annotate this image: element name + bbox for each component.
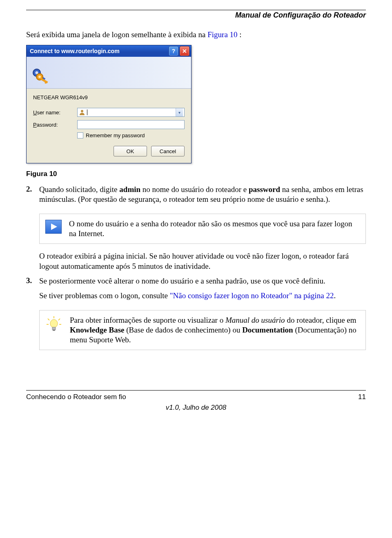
dialog-buttons: OK Cancel (33, 146, 185, 156)
step-3-line1: Se posteriormente você alterar o nome do… (39, 276, 336, 286)
close-icon: ✕ (182, 48, 187, 54)
svg-point-4 (38, 76, 41, 78)
page-header: Manual de Configuração do Roteador (26, 11, 366, 20)
page-footer: Conhecendo o Roteador sem fio 11 (26, 390, 366, 401)
step-2: 2. Quando solicitado, digite admin no no… (26, 185, 366, 210)
footer-version: v1.0, Julho de 2008 (26, 404, 366, 412)
after-note-paragraph: O roteador exibirá a página inicial. Se … (39, 251, 366, 271)
chevron-down-icon[interactable]: ▾ (176, 108, 183, 116)
tip-text: Para obter informações de suporte ou vis… (70, 315, 360, 345)
step-3-line2: Se tiver problemas com o logon, consulte… (39, 291, 336, 301)
svg-rect-14 (52, 327, 56, 330)
troubleshoot-link[interactable]: "Não consigo fazer logon no Roteador" na… (170, 291, 334, 300)
footer-section-title: Conhecendo o Roteador sem fio (26, 393, 358, 401)
svg-line-9 (48, 319, 49, 320)
intro-paragraph: Será exibida uma janela de logon semelha… (26, 30, 366, 39)
ok-button[interactable]: OK (114, 146, 147, 156)
logon-dialog: Connect to www.routerlogin.com ? ✕ NE (26, 45, 192, 163)
arrow-icon (45, 220, 62, 234)
text-cursor (87, 109, 87, 115)
keys-icon (31, 65, 51, 85)
svg-point-7 (81, 110, 83, 112)
dialog-titlebar: Connect to www.routerlogin.com ? ✕ (27, 45, 191, 57)
user-icon (79, 109, 85, 116)
dialog-banner (27, 57, 191, 89)
intro-suffix: : (238, 30, 242, 39)
intro-prefix: Será exibida uma janela de logon semelha… (26, 30, 207, 39)
remember-checkbox[interactable] (77, 132, 83, 138)
step-2-text: Quando solicitado, digite admin no nome … (39, 185, 366, 205)
dialog-title: Connect to www.routerlogin.com (30, 48, 167, 54)
username-input[interactable]: ▾ (77, 108, 185, 117)
username-row: User name: ▾ (33, 108, 185, 117)
help-button[interactable]: ? (169, 46, 178, 56)
device-label: NETGEAR WGR614v9 (33, 94, 185, 100)
step-number: 2. (26, 185, 39, 210)
close-button[interactable]: ✕ (180, 46, 189, 56)
note-callout: O nome do usuário e a senha do roteador … (39, 214, 366, 244)
step-3: 3. Se posteriormente você alterar o nome… (26, 276, 366, 306)
password-label: Password: (33, 122, 77, 128)
header-rule (26, 10, 366, 10)
page-number: 11 (358, 393, 366, 401)
svg-rect-15 (53, 330, 55, 331)
step-number: 3. (26, 276, 39, 306)
cancel-button[interactable]: Cancel (151, 146, 185, 156)
figure-caption: Figura 10 (26, 170, 366, 178)
figure-ref-link[interactable]: Figura 10 (207, 30, 237, 39)
lightbulb-icon (45, 315, 62, 333)
password-input[interactable] (77, 120, 185, 129)
tip-callout: Para obter informações de suporte ou vis… (39, 310, 366, 350)
remember-row: Remember my password (77, 132, 185, 138)
remember-label: Remember my password (86, 132, 145, 138)
note-text: O nome do usuário e a senha do roteador … (69, 219, 360, 239)
svg-point-13 (50, 319, 58, 328)
password-row: Password: (33, 120, 185, 129)
svg-line-10 (58, 319, 60, 320)
dialog-body: NETGEAR WGR614v9 User name: ▾ Password: … (27, 89, 191, 163)
username-label: User name: (33, 109, 77, 116)
step-3-body: Se posteriormente você alterar o nome do… (39, 276, 336, 306)
